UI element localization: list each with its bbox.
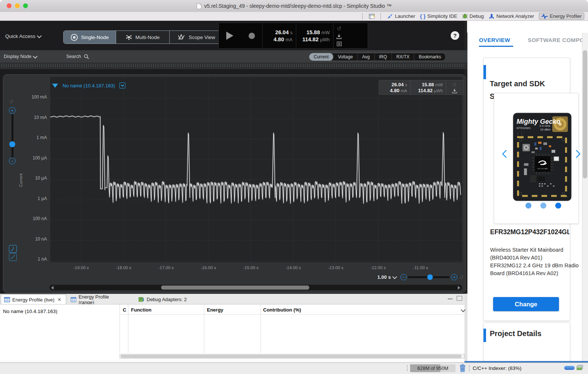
editor-sash-lower[interactable] [464, 294, 467, 361]
maximize-view-icon[interactable] [457, 296, 462, 301]
interval-dropdown[interactable]: 1.00 s [377, 273, 396, 281]
display-node-label: Display Node [4, 54, 31, 59]
chart-scrollbar-thumb[interactable] [161, 286, 309, 290]
single-node-button[interactable]: Single-Node [64, 31, 116, 43]
time-value: 26.04 [275, 29, 288, 35]
log-scale-toggle[interactable] [9, 245, 17, 253]
tab-bookmarks[interactable]: Bookmarks [414, 53, 445, 61]
record-button[interactable] [249, 33, 255, 39]
carousel-dot-1[interactable] [525, 203, 531, 209]
chart-measurement-overlay: 26.04 s 4.80 mA 15.88 mW 114.82 µWh ↺ [379, 80, 464, 95]
table-scrollbar-thumb[interactable] [121, 355, 461, 358]
card-accent-bar [483, 329, 486, 342]
scope-view-button[interactable]: Scope View [170, 31, 223, 43]
bottom-node-label[interactable]: No name (10.4.187.163) [3, 309, 57, 314]
right-panel-scrollbar-thumb[interactable] [583, 50, 587, 178]
linear-scale-toggle[interactable] [9, 253, 17, 261]
search-control[interactable]: Search [66, 53, 89, 60]
change-target-button[interactable]: Change [493, 297, 559, 311]
column-header-energy[interactable]: Energy [207, 307, 223, 313]
chart-plot-area[interactable] [50, 77, 462, 262]
zoom-in-button[interactable]: + [9, 107, 16, 114]
tab-voltage[interactable]: Voltage [333, 53, 358, 61]
tab-energy-profile-live[interactable]: Energy Profile (live) ✕ [1, 294, 66, 304]
help-button[interactable]: ? [451, 31, 459, 40]
scroll-left-icon[interactable] [51, 286, 54, 290]
svg-text:19 dBm: 19 dBm [540, 128, 550, 131]
report-list-icon[interactable] [337, 42, 342, 46]
column-header-function[interactable]: Function [131, 307, 151, 313]
svg-text:SILICON LABS: SILICON LABS [537, 168, 548, 170]
tab-avg[interactable]: Avg [358, 53, 374, 61]
carousel-dot-2[interactable] [540, 203, 546, 209]
perspective-launcher[interactable]: Launcher [387, 13, 415, 19]
hzoom-in-button[interactable]: + [451, 274, 457, 280]
board-description: Wireless Starter Kit Mainboard (BRD4001A… [490, 246, 579, 277]
tab-rxtx[interactable]: RX/TX [392, 53, 414, 61]
background-jobs-icon[interactable] [576, 365, 584, 371]
target-sdk-title: Target and SDK [490, 80, 545, 88]
search-icon [84, 54, 89, 59]
table-column-divider[interactable] [128, 304, 128, 353]
heap-usage-label: 628M of 950M [417, 365, 448, 371]
export-download-icon[interactable] [336, 34, 342, 39]
window-title: v5.rel.Staging_49 - sleepy-demo-mtd/slee… [204, 3, 392, 9]
energy-profile-table-icon [71, 297, 76, 302]
help-label: ? [453, 32, 457, 39]
time-current-readout: 26.04 s 4.80 mA [263, 23, 296, 48]
perspective-debug[interactable]: Debug [462, 13, 484, 19]
table-column-divider[interactable] [261, 304, 261, 353]
display-node-dropdown[interactable]: Display Node [4, 53, 37, 60]
simplicity-studio-window: { "window": { "title": "v5.rel.Staging_4… [0, 0, 588, 374]
tab-debug-adapters[interactable]: Debug Adapters: 2 [135, 294, 194, 304]
x-axis-tick-label: -16.00 s [192, 265, 225, 271]
scroll-right-icon[interactable] [458, 286, 460, 290]
play-button[interactable] [226, 32, 233, 40]
hzoom-out-button[interactable]: − [400, 274, 407, 280]
perspective-network-analyzer[interactable]: Network Analyzer [489, 13, 534, 19]
undo-icon[interactable]: ↺ [452, 81, 457, 88]
export-download-icon[interactable] [452, 89, 457, 93]
multi-node-icon [126, 34, 132, 40]
tab-overview[interactable]: OVERVIEW [479, 37, 510, 43]
hzoom-slider-thumb[interactable] [427, 274, 433, 280]
column-header-contribution[interactable]: Contribution (%) [263, 307, 301, 313]
undo-icon[interactable]: ↺ [337, 25, 342, 32]
tab-irq[interactable]: IRQ [375, 53, 392, 61]
perspective-energy-profiler[interactable]: Energy Profiler [539, 13, 584, 20]
undo-zoom-icon[interactable]: ↺ [9, 99, 14, 105]
column-header-c[interactable]: C [123, 307, 126, 313]
perspective-simplicity-ide[interactable]: { } Simplicity IDE [420, 13, 457, 19]
perspective-label: Simplicity IDE [427, 13, 457, 19]
minimize-view-icon[interactable] [448, 297, 453, 299]
zoom-slider-track[interactable] [12, 114, 13, 158]
table-column-divider[interactable] [204, 304, 204, 353]
tab-software-components[interactable]: SOFTWARE COMPONENTS [528, 37, 582, 43]
node-label[interactable]: No name (10.4.187.163) [63, 83, 115, 88]
undo-hzoom-icon[interactable]: ↺ [459, 274, 464, 281]
heap-status[interactable]: 628M of 950M [410, 364, 456, 372]
quick-access-button[interactable]: Quick Access [5, 32, 41, 40]
power-unit: mW [322, 30, 330, 35]
zoom-out-button[interactable]: − [9, 158, 16, 164]
zoom-slider-thumb[interactable] [9, 141, 15, 147]
run-garbage-collector-icon[interactable] [459, 364, 466, 373]
chart-node-header: No name (10.4.187.163) [52, 83, 125, 88]
tab-current[interactable]: Current [309, 53, 333, 61]
mode-label: Multi-Node [135, 35, 160, 40]
tab-energy-profile-range[interactable]: Energy Profile (range) [68, 294, 127, 304]
y-axis-tick-label: 1 µA [14, 196, 47, 202]
multi-node-button[interactable]: Multi-Node [116, 31, 170, 43]
current-waveform [50, 77, 462, 262]
node-collapse-triangle-icon[interactable] [52, 84, 58, 88]
table-horizontal-scrollbar[interactable] [119, 354, 464, 359]
titlebar[interactable]: v5.rel.Staging_49 - sleepy-demo-mtd/slee… [0, 0, 588, 12]
overlay-time-current: 26.04 s 4.80 mA [379, 80, 410, 94]
carousel-dot-3[interactable] [555, 203, 561, 209]
node-select-checkbox[interactable] [119, 83, 125, 88]
open-perspective-button[interactable]: ★ [369, 13, 376, 19]
y-axis-tick-label: 10 mA [14, 115, 47, 121]
current-value: 4.80 [274, 36, 284, 42]
debug-adapter-icon [138, 297, 144, 302]
close-icon[interactable]: ✕ [57, 297, 61, 302]
